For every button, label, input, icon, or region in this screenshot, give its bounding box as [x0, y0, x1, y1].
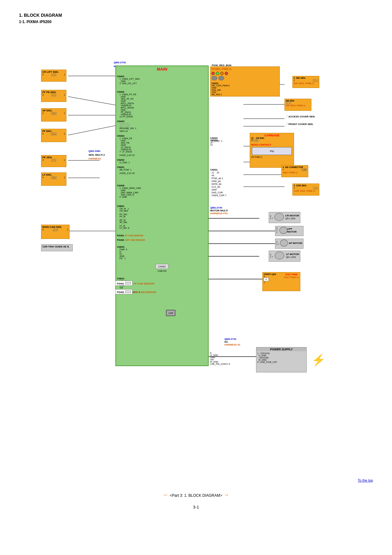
ap-motor-block: 21 + AP MOTOR	[275, 239, 303, 249]
main-board-block: MAIN CN401 1 VSEN_LIFT_SEN GND 3 SNS_CR_…	[115, 65, 209, 366]
block-diagram: QM2-2733MAIN PWB U. MAIN CN401 1 VSEN_LI…	[22, 29, 370, 472]
svg-line-3	[68, 126, 115, 135]
ab-connector-block: 4 AB CONNECTOR 1□×5 ABC PWB U.	[281, 165, 308, 177]
cr-lift-sen-block: CR LIFT SEN. 3□ □1	[41, 70, 66, 82]
prev-arrow-icon[interactable]: ←	[163, 492, 169, 498]
dsc-pwb-block: CN003 right 5 ⊙ 1 DSC PWB DSC PWB U.	[262, 272, 300, 291]
pf-pe-sen-block: PF PE SEN. 3□ □1	[41, 90, 66, 102]
cn202-block: CN202 H_GND 1	[117, 158, 207, 164]
power-supply-block: POWER SUPPLY 1 +24V(VH) H_GND +24V(VM) M…	[256, 347, 307, 372]
cn302-block: CN302 USB HS	[117, 264, 207, 272]
cn404-block: CN404 1 VSEN_PE GND SNS_PE GND LF_ENCA V…	[117, 134, 207, 153]
ap-enc-block: AP ENC. 4□□□1	[41, 108, 66, 122]
cn401-block: CN401 1 VSEN_LIFT_SEN GND 3 SNS_CR_LIFT	[117, 75, 207, 84]
cn003-block: CN003 PWR 5 D- D+ GND FG 1	[117, 245, 207, 259]
cn201-right: CN201 J1 J5 45 POW_ab 1 GND_pb DATA_ab C…	[210, 168, 226, 197]
carriage-block: CARRIAGE J2 CR ENC 22 □□ HEAD CONTACT 45…	[250, 133, 294, 168]
ps401-block: PS401 PF CAM SENSOR	[117, 234, 207, 237]
cn402-block: CN402 1 VSEN_PF_PE GND SNS_PF_PE GND APC…	[117, 90, 207, 118]
page-number: 3-1	[19, 505, 373, 509]
cdr-sen-block: 3 CDR SEN. 1○ □ CDR SEN. PWB U.	[292, 184, 319, 196]
subsection-title: 1-1. PIXMA iP5200	[19, 20, 373, 24]
cn408-block: CN408 1 VSEN_MAIN_CAM GND SNS_MAIN_CAM S…	[117, 184, 207, 198]
navigation-bar: ← <Part 3: 1. BLOCK DIAGRAM> →	[19, 492, 373, 498]
inks-label: INKS 14	[117, 130, 207, 132]
cn403-block: CN403 Panel FFCQK1-1636 RESUME_SW 1	[117, 120, 207, 129]
cn201-block: CN201 AB_POW 1	[117, 165, 207, 171]
main-cam-sen-block: MAIN CAM SEN. 3□ □1	[41, 225, 70, 239]
pe-sen-block: PE SEN. 3□ □1	[41, 155, 66, 167]
svg-line-1	[68, 97, 115, 105]
ps402-block: PS402 ASF CAM SENSOR	[117, 238, 207, 241]
ps402-sensor: PS402 ASF CAM SENSOR	[115, 289, 156, 294]
motor-harness-label: QM2-2744 MOTOR MULTI HARNESS F51	[210, 206, 228, 215]
section-title: 1. BLOCK DIAGRAM	[19, 13, 373, 18]
cn001-right-labels: 1 H_GND GND VM M_GND LOE_PW_CONT1 5	[210, 352, 230, 365]
next-arrow-icon[interactable]: →	[223, 492, 229, 498]
sen-multi2-label: QM2-3481 SEN. MULTI 2 HARNESS	[89, 149, 105, 160]
lf-motor-block: 21 + LF MOTORQK1-1502	[269, 251, 300, 262]
lf-enc-block: LF ENC. 4□□□1	[41, 172, 66, 186]
upf-motor-block: 21 + UPF MOTOR	[275, 226, 303, 236]
pf-enc-block: PF ENC. 4□□□1	[41, 129, 66, 142]
dc-harness-label: QM2-2741 DC HARNESS 51	[224, 338, 240, 346]
ps401-sensor: PS401 PF CAM SENSOR	[115, 281, 154, 286]
power-plug-icon: ⚡	[311, 353, 326, 367]
part-label: <Part 3: 1. BLOCK DIAGRAM>	[170, 493, 222, 498]
cr-motor-block: 21 + CR MOTORQK1-1500	[269, 212, 300, 223]
cdr-tray-guide-block: CDR TRAY GUIDE SE N.	[41, 244, 73, 251]
front-cover-label: ╱ FRONT COVER SEN.	[286, 123, 313, 126]
pow-res-bun-label: POW_RES_BUN	[212, 64, 231, 67]
top-link[interactable]: To the top	[19, 478, 373, 482]
access-cover-label: ╱ ACCESS COVER SEN.	[286, 115, 315, 118]
usb-connector-icon: USB	[166, 310, 175, 316]
panel-pwb-block: PANEL PWB U. CN201 INK_CDR_PWM 5 GND SNS…	[210, 66, 280, 97]
hvdd2: HVDD_3.3V 45	[117, 172, 207, 174]
cn601-block: CN601 CR_M 1 CR_MIN PF_Min PF_M AP_M AP_…	[117, 204, 207, 229]
ab-sen-block: AB SEN ○ ○ AB SEN. PWB U.	[285, 99, 311, 111]
cn2o2-area: CN2O2 J2 22	[210, 139, 217, 146]
hvdd1: HVDD_3.3V 22	[117, 154, 207, 156]
ink-sen-block: 3 INK SEN. 1□ ○ INK SEN. PWB U.	[292, 76, 319, 88]
